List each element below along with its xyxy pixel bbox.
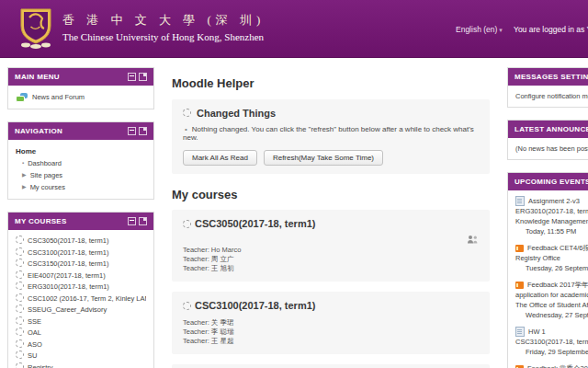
messages-settings-block: MESSAGES SETTINGS Configure notification… — [507, 67, 588, 108]
bullet-icon: ▪ — [22, 160, 24, 166]
event-link[interactable]: Feedback 2017学年度第一学期 — [515, 280, 588, 290]
event-date: Friday, 29 September, — [515, 347, 588, 357]
university-crest-icon — [17, 6, 55, 53]
teacher-label: Teacher: 关 季珺 — [183, 318, 479, 328]
sidebar-course-link[interactable]: ASO — [16, 339, 146, 351]
my-courses-title: MY COURSES — [15, 217, 67, 225]
course-card: CSC3150(2017-18, term1) Teacher: 黄 铠 — [172, 364, 490, 368]
event-date: Wednesday, 27 September — [515, 310, 588, 320]
course-link[interactable]: CSC3100(2017-18, term1) — [183, 300, 479, 311]
login-status-link[interactable]: You are logged in as Y — [514, 25, 588, 34]
messages-settings-title: MESSAGES SETTINGS — [514, 73, 588, 81]
chevron-right-icon: ▶ — [22, 184, 27, 190]
event-link[interactable]: Assignment 2-v3 — [515, 196, 588, 206]
course-icon — [16, 282, 24, 290]
sidebar-item-dashboard[interactable]: ▪Dashboard — [16, 157, 146, 169]
main-menu-block: MAIN MENU News and Forum — [7, 67, 154, 109]
event-date: Tuesday, 26 September — [515, 263, 588, 273]
sidebar-course-link[interactable]: ERG3010(2017-18, term1) — [16, 282, 146, 293]
chevron-down-icon: ▾ — [499, 27, 503, 33]
my-courses-block: MY COURSES CSC3050(2017-18, term1) CSC31… — [7, 212, 154, 368]
course-link[interactable]: CSC3050(2017-18, term1) — [183, 218, 479, 229]
event-link[interactable]: Feedback CET4/6报名表 — [515, 243, 588, 253]
enrolled-users-icon — [467, 232, 479, 247]
sidebar-course-link[interactable]: SSE — [16, 316, 146, 328]
sidebar-item-my-courses[interactable]: ▶My courses — [16, 181, 146, 193]
page-title: Moodle Helper — [172, 76, 490, 90]
event-course: CSC3100(2017-18, term1) — [515, 337, 588, 347]
event-course: The Office of Student Affairs — [515, 300, 588, 310]
refresh-button[interactable]: Refresh(May Take Some Time) — [264, 150, 383, 166]
university-title-english: The Chinese University of Hong Kong, She… — [62, 31, 264, 42]
course-icon — [183, 302, 191, 310]
event-course: Registry Office — [515, 253, 588, 263]
helper-icon — [183, 109, 191, 117]
sidebar-course-link[interactable]: EIE4007(2017-18, term1) — [16, 270, 146, 282]
feedback-icon — [515, 365, 524, 368]
course-icon — [16, 351, 24, 359]
course-icon — [16, 316, 24, 325]
sidebar-course-link[interactable]: SU — [16, 351, 146, 362]
upcoming-events-title: UPCOMING EVENTS — [514, 178, 588, 186]
bullet-icon: • — [185, 125, 187, 133]
main-menu-header: MAIN MENU — [8, 68, 153, 86]
teacher-label: Teacher: 周 立广 — [183, 255, 479, 264]
collapse-block-icon[interactable] — [128, 127, 136, 135]
navigation-block: NAVIGATION Home ▪Dashboard ▶Site pages ▶… — [7, 121, 154, 200]
messages-settings-link[interactable]: Configure notification methods for incom… — [515, 91, 588, 101]
sidebar-course-link[interactable]: SSEUG_Career_Advisory — [16, 305, 146, 316]
sidebar-course-link[interactable]: CSC3100(2017-18, term1) — [16, 247, 146, 259]
sidebar-item-news-and-forum[interactable]: News and Forum — [16, 91, 146, 103]
course-icon — [183, 220, 191, 228]
latest-announcements-block: LATEST ANNOUNCEMENTS (No news has been p… — [507, 120, 588, 160]
language-selector[interactable]: English (en)▾ — [456, 25, 503, 34]
teacher-label: Teacher: Ho Marco — [183, 246, 479, 255]
right-sidebar: MESSAGES SETTINGS Configure notification… — [507, 67, 588, 368]
dock-block-icon[interactable] — [139, 73, 147, 81]
collapse-block-icon[interactable] — [128, 73, 136, 81]
course-icon — [16, 293, 24, 302]
forum-icon — [16, 93, 28, 102]
dock-block-icon[interactable] — [139, 127, 147, 135]
sidebar-course-link[interactable]: CSC3150(2017-18, term1) — [16, 259, 146, 270]
event-item: HW 1 CSC3100(2017-18, term1) Friday, 29 … — [515, 327, 588, 357]
event-course: ERG3010(2017-18, term1) — [515, 206, 588, 216]
sidebar-course-link[interactable]: Registry — [16, 362, 146, 368]
event-item: Feedback 常委会2017年9月 Questionaire for Sep… — [515, 363, 588, 368]
event-date: Today, 11:55 PM — [515, 226, 588, 236]
sidebar-item-home[interactable]: Home — [16, 145, 146, 157]
my-courses-header: MY COURSES — [8, 213, 153, 230]
course-icon — [16, 247, 24, 256]
event-item: Feedback CET4/6报名表 Registry Office Tuesd… — [515, 243, 588, 273]
sidebar-course-link[interactable]: CSC1002 (2016-17, Term 2, Kinley LAM) — [16, 293, 146, 305]
main-content: Moodle Helper Changed Things •Nothing ch… — [172, 67, 490, 368]
event-course: Knowledge Management — [515, 216, 588, 226]
collapse-block-icon[interactable] — [128, 217, 136, 225]
navigation-title: NAVIGATION — [15, 127, 62, 135]
course-icon — [16, 328, 24, 336]
my-courses-heading: My courses — [172, 188, 490, 201]
feedback-icon — [515, 282, 524, 289]
sidebar-course-link[interactable]: CSC3050(2017-18, term1) — [16, 236, 146, 247]
changed-things-title: Changed Things — [183, 108, 479, 119]
mark-all-as-read-button[interactable]: Mark All As Read — [183, 150, 257, 166]
course-icon — [16, 362, 24, 368]
navigation-header: NAVIGATION — [8, 122, 153, 140]
left-sidebar: MAIN MENU News and Forum NAVIGATION Home — [7, 67, 154, 368]
event-link[interactable]: Feedback 常委会2017年9月 — [515, 363, 588, 368]
dock-block-icon[interactable] — [139, 217, 147, 225]
course-icon — [16, 305, 24, 313]
event-link[interactable]: HW 1 — [515, 327, 588, 337]
university-title-chinese: 香 港 中 文 大 學 (深 圳) — [62, 12, 265, 29]
sidebar-course-link[interactable]: OAL — [16, 328, 146, 339]
event-item: Assignment 2-v3 ERG3010(2017-18, term1) … — [515, 196, 588, 236]
course-card: CSC3050(2017-18, term1) Teacher: Ho Marc… — [172, 210, 490, 282]
chevron-right-icon: ▶ — [22, 172, 27, 178]
sidebar-item-site-pages[interactable]: ▶Site pages — [16, 169, 146, 181]
changed-things-panel: Changed Things •Nothing changed. You can… — [172, 99, 490, 174]
changed-things-message: •Nothing changed. You can click the "ref… — [183, 125, 479, 142]
teacher-label: Teacher: 李 聪瑞 — [183, 328, 479, 337]
course-icon — [16, 259, 24, 267]
teacher-label: Teacher: 王 星超 — [183, 337, 479, 346]
event-item: Feedback 2017学年度第一学期 application for aca… — [515, 280, 588, 320]
